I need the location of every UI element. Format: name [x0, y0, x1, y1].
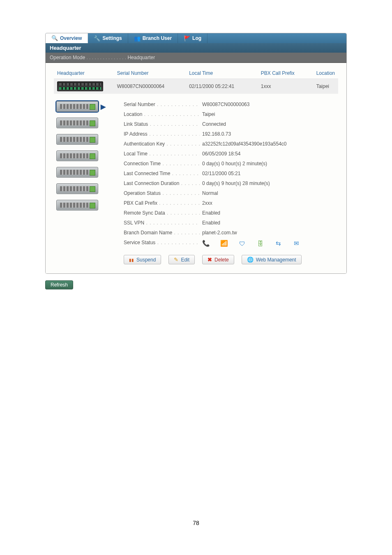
suspend-button[interactable]: Suspend [124, 255, 161, 264]
device-icon [56, 183, 98, 194]
antenna-icon: 📶 [220, 240, 228, 247]
detail-label: Last Connected Time [124, 171, 170, 176]
service-status-label: Service Status [124, 240, 155, 245]
tab-branch-user[interactable]: 👥 Branch User [128, 33, 178, 43]
col-location: Location [313, 68, 338, 79]
web-management-button[interactable]: Web Management [242, 255, 302, 264]
device-icon [56, 118, 98, 128]
operation-mode-label: Operation Mode [50, 55, 85, 60]
detail-value: Normal [200, 190, 336, 196]
delete-button[interactable]: Delete [202, 255, 234, 264]
detail-value: W80087CN00000063 [200, 102, 336, 107]
sync-icon: ⇆ [274, 240, 282, 247]
cell-serial: W80087CN00000064 [114, 79, 186, 94]
headquarter-table: Headquarter Serial Number Local Time PBX… [54, 68, 338, 94]
delete-icon [208, 257, 212, 263]
detail-label: IP Address [124, 131, 148, 137]
detail-label: Operation Status [124, 190, 161, 196]
tab-log[interactable]: 🚩 Log [178, 33, 208, 43]
detail-value: Enabled [200, 210, 336, 216]
device-rack-icon [57, 81, 103, 91]
button-label: Suspend [136, 257, 156, 263]
button-label: Web Management [256, 257, 296, 263]
cell-prefix: 1xxx [258, 79, 313, 94]
detail-value: 0 day(s) 9 hour(s) 28 minute(s) [200, 180, 336, 186]
button-label: Delete [214, 257, 229, 263]
detail-label: Remote Sync Data [124, 210, 165, 216]
tab-label: Settings [102, 35, 122, 41]
device-icon [56, 134, 98, 145]
detail-label: Serial Number [124, 102, 155, 107]
detail-label: PBX Call Prefix [124, 200, 157, 206]
col-serial: Serial Number [114, 68, 186, 79]
detail-value: Taipei [200, 111, 336, 117]
magnifier-icon: 🔍 [51, 35, 58, 41]
selected-arrow-icon: ▶ [101, 103, 106, 111]
pause-icon [129, 257, 134, 263]
table-row[interactable]: W80087CN00000064 02/11/2000 05:22:41 1xx… [54, 79, 338, 94]
phone-icon: 📞 [202, 240, 210, 247]
branch-device[interactable] [56, 167, 114, 178]
cell-localtime: 02/11/2000 05:22:41 [186, 79, 258, 94]
users-icon: 👥 [134, 35, 141, 42]
shield-icon: 🛡 [238, 240, 246, 247]
refresh-button[interactable]: Refresh [45, 280, 73, 289]
device-icon [56, 200, 98, 210]
branch-device[interactable] [56, 150, 114, 161]
branch-details: Serial NumberW80087CN00000063 LocationTa… [124, 99, 336, 264]
tab-label: Overview [60, 35, 82, 41]
branch-device[interactable] [56, 118, 114, 128]
detail-value: 06/05/2009 18:54 [200, 151, 336, 157]
detail-label: Local Time [124, 151, 148, 157]
action-button-row: Suspend Edit Delete Web Management [124, 255, 336, 264]
button-label: Refresh [51, 282, 68, 288]
tab-overview[interactable]: 🔍 Overview [46, 33, 88, 43]
database-icon: 🗄 [256, 240, 264, 247]
branch-device[interactable] [56, 200, 114, 210]
col-prefix: PBX Call Prefix [258, 68, 313, 79]
section-title: Headquarter [46, 43, 346, 53]
col-localtime: Local Time [186, 68, 258, 79]
branch-device-list: ▶ [56, 99, 114, 264]
detail-value: 2xxx [200, 200, 336, 206]
col-headquarter: Headquarter [54, 68, 114, 79]
device-icon [56, 167, 98, 178]
detail-value: 0 day(s) 0 hour(s) 2 minute(s) [200, 161, 336, 166]
pencil-icon [174, 257, 178, 263]
detail-label: Location [124, 111, 142, 117]
detail-value: planet-2.com.tw [200, 230, 336, 236]
detail-label: SSL VPN [124, 220, 144, 226]
branch-device[interactable]: ▶ [56, 101, 114, 112]
detail-value: Connected [200, 121, 336, 127]
detail-value: 02/11/2000 05:21 [200, 171, 336, 176]
detail-label: Connection Time [124, 161, 161, 166]
device-icon [56, 150, 98, 161]
tab-settings[interactable]: 🔧 Settings [88, 33, 128, 43]
detail-value: Enabled [200, 220, 336, 226]
branch-device[interactable] [56, 183, 114, 194]
flag-icon: 🚩 [184, 35, 190, 42]
button-label: Edit [181, 257, 189, 263]
device-icon [56, 101, 98, 112]
edit-button[interactable]: Edit [168, 255, 195, 264]
operation-mode-row: Operation Mode . . . . . . . . . . . . .… [46, 53, 346, 63]
detail-label: Link Status [124, 121, 148, 127]
tab-label: Log [192, 35, 201, 41]
page-number: 78 [0, 520, 392, 526]
cell-location: Taipei [313, 79, 338, 94]
tab-bar: 🔍 Overview 🔧 Settings 👥 Branch User 🚩 Lo… [46, 33, 346, 43]
wrench-icon: 🔧 [94, 35, 100, 42]
mail-icon: ✉ [293, 240, 300, 247]
operation-mode-value: Headquarter [127, 55, 155, 60]
branch-device[interactable] [56, 134, 114, 145]
tab-label: Branch User [143, 35, 172, 41]
detail-value: a32252fc12d09af4354390e193a554c0 [200, 141, 336, 147]
detail-label: Authentication Key [124, 141, 165, 147]
globe-icon [247, 257, 254, 263]
detail-label: Last Connection Duration [124, 180, 179, 186]
detail-value: 192.168.0.73 [200, 131, 336, 137]
detail-label: Branch Domain Name [124, 230, 172, 236]
service-status-icons: 📞 📶 🛡 🗄 ⇆ ✉ [200, 240, 300, 247]
